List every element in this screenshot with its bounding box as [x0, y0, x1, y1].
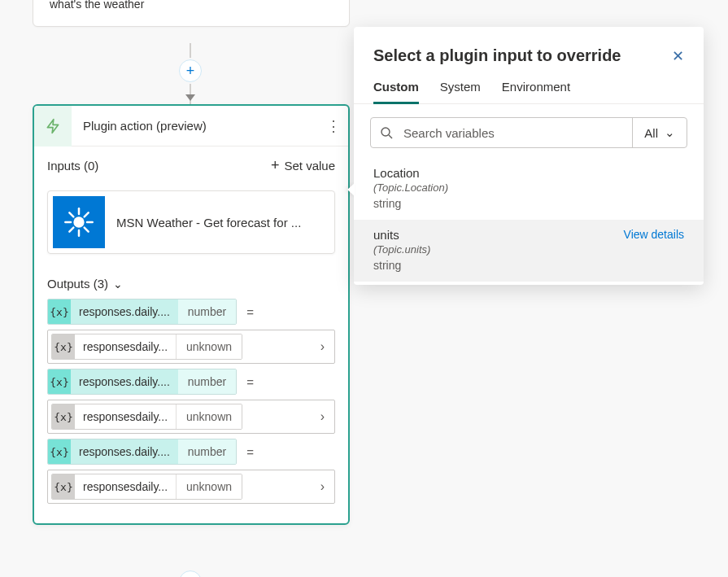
- variable-icon: {x}: [52, 334, 75, 359]
- plus-icon: +: [186, 63, 195, 80]
- filter-dropdown[interactable]: All ⌄: [632, 118, 687, 147]
- variable-type: number: [178, 439, 236, 464]
- output-row[interactable]: {x}responses.daily....number=: [47, 439, 335, 465]
- add-node-button[interactable]: +: [179, 59, 202, 82]
- chevron-right-icon[interactable]: ›: [320, 479, 331, 494]
- output-row[interactable]: {x}responses.daily....number=: [47, 299, 335, 325]
- output-row[interactable]: {x}responsesdaily...unknown›: [47, 400, 335, 434]
- filter-label: All: [644, 126, 658, 140]
- variable-chip[interactable]: {x}responses.daily....number: [47, 369, 237, 395]
- output-row[interactable]: {x}responses.daily....number=: [47, 369, 335, 395]
- svg-line-7: [85, 228, 89, 232]
- search-icon: [371, 126, 402, 139]
- variable-icon: {x}: [52, 474, 75, 499]
- plus-icon: +: [186, 574, 195, 578]
- variable-item[interactable]: Location(Topic.Location)string: [354, 158, 704, 220]
- variable-chip[interactable]: {x}responsesdaily...unknown: [51, 474, 242, 500]
- variable-item-type: string: [373, 259, 684, 272]
- tab-system[interactable]: System: [440, 80, 481, 103]
- variable-type: number: [178, 369, 236, 394]
- panel-tabs: Custom System Environment: [354, 80, 704, 104]
- bolt-icon: [34, 106, 72, 146]
- view-details-link[interactable]: View details: [624, 228, 684, 241]
- variable-name: responsesdaily...: [75, 334, 176, 359]
- svg-point-10: [381, 128, 390, 136]
- add-node-button[interactable]: +: [179, 570, 202, 577]
- variable-picker-panel: Select a plugin input to override ✕ Cust…: [354, 27, 704, 285]
- variable-chip[interactable]: {x}responses.daily....number: [47, 439, 237, 465]
- chevron-down-icon: ⌄: [113, 278, 123, 291]
- variable-icon: {x}: [48, 299, 71, 324]
- variable-type: unknown: [176, 334, 242, 359]
- variable-item[interactable]: units(Topic.units)View detailsstring: [354, 220, 704, 282]
- node-header: Plugin action (preview) ⋮: [34, 106, 348, 146]
- svg-line-6: [69, 212, 73, 216]
- chevron-right-icon[interactable]: ›: [320, 339, 331, 354]
- set-value-label: Set value: [284, 159, 335, 173]
- variable-item-path: (Topic.Location): [373, 181, 448, 194]
- svg-line-8: [69, 228, 73, 232]
- variable-item-name: units: [373, 228, 430, 242]
- variable-name: responsesdaily...: [75, 404, 176, 429]
- search-row: All ⌄: [370, 117, 687, 148]
- weather-icon: [53, 196, 105, 248]
- chevron-down-icon: ⌄: [665, 125, 675, 140]
- variable-icon: {x}: [48, 439, 71, 464]
- variable-type: number: [178, 299, 236, 324]
- output-row[interactable]: {x}responsesdaily...unknown›: [47, 330, 335, 364]
- variable-chip[interactable]: {x}responsesdaily...unknown: [51, 334, 242, 360]
- plugin-action-node[interactable]: Plugin action (preview) ⋮ Inputs (0) + S…: [33, 104, 350, 525]
- output-row[interactable]: {x}responsesdaily...unknown›: [47, 470, 335, 504]
- chevron-right-icon[interactable]: ›: [320, 409, 331, 424]
- trigger-node[interactable]: get weather what's the weather: [33, 0, 350, 27]
- variable-type: unknown: [176, 474, 242, 499]
- arrow-down-icon: [185, 94, 195, 101]
- close-button[interactable]: ✕: [672, 47, 684, 65]
- variable-name: responsesdaily...: [75, 474, 176, 499]
- variable-type: unknown: [176, 404, 242, 429]
- equals-sign: =: [243, 445, 254, 459]
- panel-title: Select a plugin input to override: [373, 46, 621, 65]
- outputs-label: Outputs (3): [47, 277, 108, 291]
- variable-list: Location(Topic.Location)stringunits(Topi…: [354, 158, 704, 282]
- plugin-action-tile[interactable]: MSN Weather - Get forecast for ...: [47, 190, 335, 254]
- inputs-label: Inputs (0): [47, 159, 98, 173]
- set-value-button[interactable]: + Set value: [271, 158, 335, 173]
- svg-line-11: [389, 135, 392, 138]
- svg-line-9: [85, 212, 89, 216]
- variable-item-type: string: [373, 197, 684, 210]
- node-menu-button[interactable]: ⋮: [319, 117, 348, 135]
- variable-item-name: Location: [373, 166, 448, 180]
- equals-sign: =: [243, 375, 254, 389]
- variable-item-path: (Topic.units): [373, 243, 430, 256]
- variable-chip[interactable]: {x}responses.daily....number: [47, 299, 237, 325]
- variable-chip[interactable]: {x}responsesdaily...unknown: [51, 404, 242, 430]
- plus-icon: +: [271, 158, 280, 173]
- search-input[interactable]: [402, 125, 632, 141]
- node-title: Plugin action (preview): [72, 119, 319, 133]
- variable-name: responses.daily....: [71, 299, 178, 324]
- equals-sign: =: [243, 305, 254, 319]
- tab-environment[interactable]: Environment: [502, 80, 570, 103]
- trigger-phrase: what's the weather: [50, 0, 333, 13]
- svg-point-1: [73, 216, 84, 227]
- variable-name: responses.daily....: [71, 369, 178, 394]
- variable-icon: {x}: [52, 404, 75, 429]
- action-title: MSN Weather - Get forecast for ...: [105, 216, 301, 229]
- outputs-toggle[interactable]: Outputs (3) ⌄: [47, 277, 123, 291]
- variable-icon: {x}: [48, 369, 71, 394]
- tab-custom[interactable]: Custom: [373, 80, 419, 104]
- svg-marker-0: [47, 119, 58, 133]
- variable-name: responses.daily....: [71, 439, 178, 464]
